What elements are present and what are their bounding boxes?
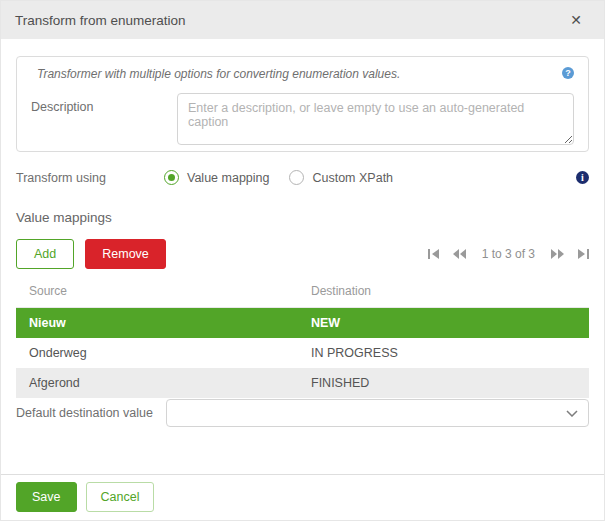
table-row[interactable]: Onderweg IN PROGRESS [16,338,589,368]
last-page-icon[interactable] [578,249,589,259]
cell-destination: FINISHED [311,376,589,390]
description-group: Transformer with multiple options for co… [16,56,589,152]
cell-destination: IN PROGRESS [311,346,589,360]
description-label: Description [31,93,177,145]
table-header: Source Destination [16,281,589,308]
default-destination-select[interactable] [166,399,589,427]
cancel-button[interactable]: Cancel [86,482,155,512]
chevron-down-icon [566,410,578,417]
save-button[interactable]: Save [16,482,77,512]
radio-selected-icon [164,170,179,185]
table-row[interactable]: Afgerond FINISHED [16,368,589,398]
dialog-title: Transform from enumeration [15,13,186,28]
pagination: 1 to 3 of 3 [428,247,589,261]
radio-unselected-icon [289,170,304,185]
help-icon[interactable]: ? [562,67,574,79]
description-row: Description [31,93,574,145]
cell-destination: NEW [311,316,589,330]
remove-button[interactable]: Remove [85,239,166,269]
transformer-info-text: Transformer with multiple options for co… [31,67,400,81]
cell-source: Nieuw [16,316,311,330]
cell-source: Afgerond [16,376,311,390]
previous-page-icon[interactable] [453,249,466,259]
table-row[interactable]: Nieuw NEW [16,308,589,338]
transform-dialog: Transform from enumeration ✕ Transformer… [0,0,605,521]
column-header-destination: Destination [311,284,589,298]
add-button[interactable]: Add [16,239,74,269]
radio-custom-xpath-label: Custom XPath [312,171,393,185]
pagination-status: 1 to 3 of 3 [480,247,537,261]
transform-using-row: Transform using Value mapping Custom XPa… [16,170,589,185]
first-page-icon[interactable] [428,249,439,259]
radio-custom-xpath[interactable]: Custom XPath [289,170,393,185]
dialog-footer: Save Cancel [1,474,604,520]
next-page-icon[interactable] [551,249,564,259]
value-mappings-toolbar: Add Remove 1 to 3 of 3 [16,239,589,269]
dialog-header: Transform from enumeration ✕ [1,1,604,39]
radio-value-mapping-label: Value mapping [187,171,269,185]
radio-value-mapping[interactable]: Value mapping [164,170,269,185]
cell-source: Onderweg [16,346,311,360]
default-destination-label: Default destination value [16,406,166,420]
value-mappings-table: Source Destination Nieuw NEW Onderweg IN… [16,281,589,428]
info-icon[interactable]: i [576,171,589,184]
close-icon[interactable]: ✕ [562,9,590,31]
value-mappings-heading: Value mappings [16,210,589,225]
column-header-source: Source [16,284,311,298]
description-input[interactable] [177,93,574,145]
dialog-body: Transformer with multiple options for co… [1,39,604,428]
info-row: Transformer with multiple options for co… [31,67,574,81]
default-destination-row: Default destination value [16,398,589,428]
transform-using-label: Transform using [16,171,164,185]
